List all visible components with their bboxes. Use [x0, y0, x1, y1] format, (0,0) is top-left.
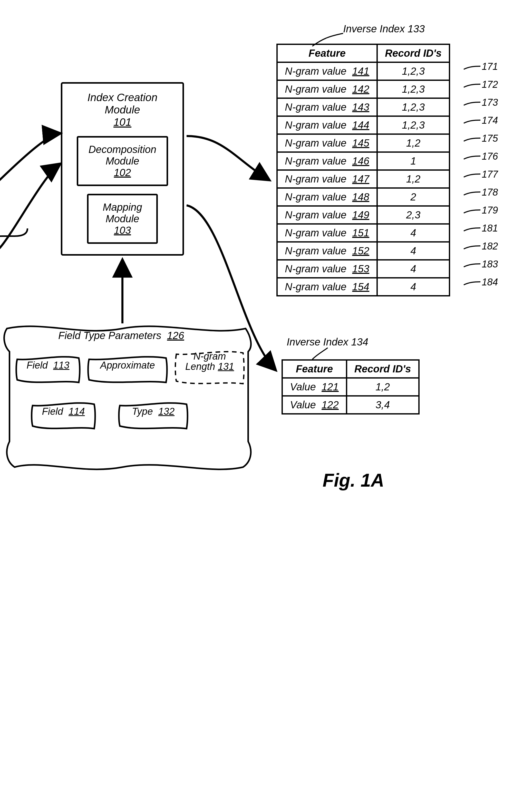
inverse-index-133-title: Inverse Index 133: [343, 23, 425, 35]
row-ref: 176: [482, 151, 498, 162]
module-title: Index Creation Module 101: [75, 91, 170, 128]
system-arrows-icon: [0, 0, 532, 532]
index-row: Value 1223,4: [282, 396, 419, 414]
row-ref: 181: [482, 223, 498, 234]
index-row: N-gram value 1482: [277, 188, 450, 206]
feature-header: Feature: [277, 44, 377, 62]
param-field-114: Field 114: [30, 400, 97, 431]
param-ngram-length: N-gram Length 131: [174, 348, 246, 386]
index-row: N-gram value 1431,2,3: [277, 98, 450, 116]
param-type-132: Type 132: [117, 400, 189, 431]
row-ref: 179: [482, 205, 498, 216]
index-row: N-gram value 1411,2,3: [277, 62, 450, 80]
row-ref: 172: [482, 79, 498, 90]
row-ref: 177: [482, 169, 498, 180]
index-row: N-gram value 1524: [277, 242, 450, 260]
params-title: Field Type Parameters 126: [58, 330, 184, 341]
index-row: N-gram value 1451,2: [277, 134, 450, 152]
index-row: Value 1211,2: [282, 378, 419, 396]
mapping-module: Mapping Module 103: [87, 194, 158, 244]
row-ref: 173: [482, 97, 498, 108]
index-row: N-gram value 1471,2: [277, 170, 450, 188]
row-ref: 174: [482, 115, 498, 126]
feature-header: Feature: [282, 360, 347, 378]
row-ref: 183: [482, 259, 498, 270]
row-ref: 175: [482, 133, 498, 144]
index-row: N-gram value 1441,2,3: [277, 116, 450, 134]
inverse-index-134: Feature Record ID's Value 1211,2 Value 1…: [281, 359, 420, 415]
index-row: N-gram value 1421,2,3: [277, 80, 450, 98]
field-type-parameters-banner: [0, 0, 532, 532]
row-ref: 178: [482, 187, 498, 198]
row-ref: 182: [482, 241, 498, 252]
index-row: N-gram value 1544: [277, 278, 450, 296]
record-ids-header: Record ID's: [346, 360, 419, 378]
param-field-113: Field 113: [15, 354, 81, 385]
index-row: N-gram value 1461: [277, 152, 450, 170]
param-approximate: Approximate: [86, 354, 168, 385]
figure-label: Fig. 1A: [323, 470, 384, 491]
row-ref: 184: [482, 277, 498, 288]
decomposition-module: Decomposition Module 102: [77, 136, 168, 186]
index-row: N-gram value 1534: [277, 260, 450, 278]
index-row: N-gram value 1492,3: [277, 206, 450, 224]
index-creation-module: Index Creation Module 101 Decomposition …: [61, 82, 184, 256]
inverse-index-133: Feature Record ID's N-gram value 1411,2,…: [276, 44, 450, 296]
inverse-index-134-title: Inverse Index 134: [287, 336, 368, 348]
record-ids-header: Record ID's: [377, 44, 450, 62]
row-ref: 171: [482, 61, 498, 72]
index-row: N-gram value 1514: [277, 224, 450, 242]
brace-icon: [0, 0, 532, 532]
